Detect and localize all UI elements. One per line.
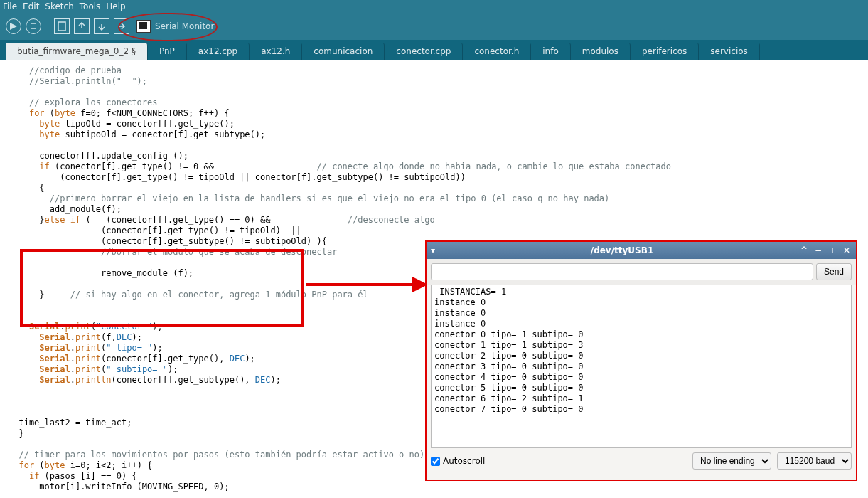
save-button[interactable] — [94, 18, 109, 34]
tab-conector-cpp[interactable]: conector.cpp — [385, 43, 463, 60]
svg-rect-1 — [31, 23, 36, 29]
minimize-icon[interactable]: − — [813, 245, 823, 255]
stop-button[interactable] — [26, 18, 41, 34]
shade-icon[interactable]: ▾ — [431, 245, 445, 255]
autoscroll-checkbox[interactable]: Autoscroll — [431, 456, 485, 466]
tab-ax12-cpp[interactable]: ax12.cpp — [187, 43, 250, 60]
send-button[interactable]: Send — [816, 263, 852, 280]
menu-sketch[interactable]: Sketch — [45, 1, 73, 11]
serial-monitor-input[interactable] — [431, 263, 813, 280]
menu-edit[interactable]: Edit — [23, 1, 39, 11]
tabbar: butia_firmware_mega_0_2 §PnPax12.cppax12… — [0, 40, 868, 60]
toolbar: Serial Monitor — [0, 13, 868, 40]
serial-monitor-button[interactable]: Serial Monitor — [136, 20, 214, 33]
verify-button[interactable] — [6, 18, 21, 34]
close-icon[interactable]: ✕ — [842, 245, 852, 255]
upload-button[interactable] — [114, 18, 129, 34]
tab-modulos[interactable]: modulos — [571, 43, 631, 60]
new-button[interactable] — [54, 18, 70, 34]
tab-info[interactable]: info — [531, 43, 571, 60]
tab-butia_firmware_mega_0_2-[interactable]: butia_firmware_mega_0_2 § — [6, 43, 148, 60]
svg-marker-0 — [10, 23, 17, 30]
tab-pnp[interactable]: PnP — [148, 43, 187, 60]
rollup-icon[interactable]: ^ — [799, 245, 809, 255]
serial-monitor-output[interactable]: INSTANCIAS= 1 instance 0 instance 0 inst… — [431, 285, 852, 448]
maximize-icon[interactable]: + — [827, 245, 837, 255]
line-ending-select[interactable]: No line ending — [692, 452, 771, 470]
tab-comunicacion[interactable]: comunicacion — [302, 43, 385, 60]
serial-monitor-window: ▾ /dev/ttyUSB1 ^ − + ✕ Send INSTANCIAS= … — [425, 240, 857, 481]
tab-perifericos[interactable]: perifericos — [631, 43, 699, 60]
menu-tools[interactable]: Tools — [80, 1, 101, 11]
menu-file[interactable]: File — [3, 1, 17, 11]
serial-monitor-title: /dev/ttyUSB1 — [445, 245, 799, 255]
serial-monitor-bottom: Autoscroll No line ending 115200 baud — [427, 448, 856, 474]
autoscroll-label: Autoscroll — [443, 456, 485, 466]
tab-conector-h[interactable]: conector.h — [463, 43, 531, 60]
svg-rect-2 — [58, 22, 65, 31]
autoscroll-input[interactable] — [431, 457, 440, 466]
serial-monitor-input-row: Send — [427, 259, 856, 285]
monitor-icon — [136, 20, 151, 33]
tab-ax12-h[interactable]: ax12.h — [250, 43, 302, 60]
baud-select[interactable]: 115200 baud — [777, 452, 852, 470]
menu-help[interactable]: Help — [106, 1, 125, 11]
menubar: File Edit Sketch Tools Help — [0, 0, 868, 13]
tab-servicios[interactable]: servicios — [699, 43, 760, 60]
serial-monitor-titlebar[interactable]: ▾ /dev/ttyUSB1 ^ − + ✕ — [427, 242, 856, 259]
serial-monitor-label: Serial Monitor — [155, 21, 214, 31]
open-button[interactable] — [74, 18, 90, 34]
